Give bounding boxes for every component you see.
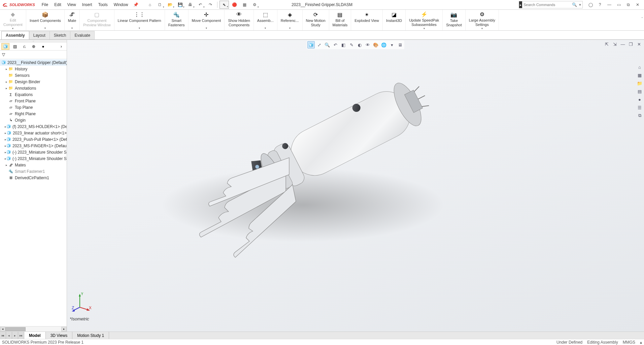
scroll-right-icon[interactable]: ▸ [61, 327, 67, 332]
tree-item[interactable]: ⊞DerivedCirPattern1 [0, 175, 67, 181]
linear-pattern-button[interactable]: ⋮⋮Linear Component Pattern▾ [114, 10, 165, 30]
feature-tree[interactable]: 🧊2023__Finished Gripper (Default) ▸📁Hist… [0, 59, 67, 326]
tree-item[interactable]: ▸🧊2023_MS-FINGER<1> (Default [0, 143, 67, 149]
tab-assembly[interactable]: Assembly [1, 31, 29, 40]
edit-appearance-button[interactable]: 🎨 [372, 41, 379, 49]
show-hidden-button[interactable]: 👁Show Hidden Components [225, 10, 253, 30]
expand-icon[interactable]: ▸ [5, 87, 8, 90]
mate-button[interactable]: 🖇Mate▾ [65, 10, 80, 30]
scroll-track[interactable] [5, 327, 61, 332]
viewport-minimize-icon[interactable]: — [619, 40, 626, 48]
bom-button[interactable]: ▤Bill of Materials [329, 10, 351, 30]
move-component-button[interactable]: ✢Move Component▾ [189, 10, 225, 30]
tree-item[interactable]: ▸🧊(-) 2023_Miniature Shoulder Sc [0, 149, 67, 155]
pin-icon[interactable]: 📌 [133, 2, 138, 7]
large-assembly-button[interactable]: ⚙Large Assembly Settings▾ [466, 10, 499, 30]
menu-window[interactable]: Window [111, 1, 131, 8]
viewport-maximize-icon[interactable]: ❐ [627, 40, 635, 48]
collapse-ribbon-icon[interactable]: ˆ [642, 17, 643, 21]
viewport-dock-icon[interactable]: ⇲ [611, 40, 618, 48]
tree-item[interactable]: 🔩Smart Fastener1 [0, 168, 67, 175]
tree-item[interactable]: ▱Top Plane [0, 104, 67, 111]
display-style-button[interactable]: ◐ [356, 41, 363, 49]
tab-sketch[interactable]: Sketch [49, 31, 71, 39]
tree-item[interactable]: ▸🧊(f) 2023_MS-HOLDER<1> (Def [0, 123, 67, 130]
help-icon[interactable]: ? [596, 1, 604, 8]
expand-icon[interactable]: ▸ [5, 163, 8, 167]
hide-show-button[interactable]: 👁 [364, 41, 371, 49]
expand-icon[interactable]: ▸ [5, 67, 8, 71]
status-chevron-icon[interactable]: ▴ [640, 340, 642, 345]
print-button[interactable]: 🖶 [185, 1, 195, 9]
assembly-features-button[interactable]: ⬚Assemb...▾ [254, 10, 277, 30]
flyout-icon[interactable]: › [57, 43, 65, 50]
graphics-viewport[interactable]: 🧊 ⤢ 🔍 ↶ ◧ ✎ ◐ 👁 🎨 🌐 ▾ 🖥 ⇱ ⇲ — ❐ ✕ ⌂ ▦ 📁 … [67, 40, 644, 332]
status-units[interactable]: MMGS [623, 340, 635, 345]
tree-item[interactable]: ▸📁Annotations [0, 85, 67, 91]
new-doc-button[interactable]: 🗋 [155, 1, 165, 9]
tree-item[interactable]: ▸🧊2023_linear actuator short<1> [0, 130, 67, 136]
new-motion-study-button[interactable]: ⟳New Motion Study [303, 10, 329, 30]
undo-button[interactable]: ↶ [196, 1, 205, 9]
taskpane-palette-icon[interactable]: ▤ [636, 88, 643, 95]
tree-item[interactable]: ↳Origin [0, 117, 67, 123]
menu-edit[interactable]: Edit [52, 1, 64, 8]
doc-options-button[interactable]: ▦ [240, 1, 249, 9]
bottom-tab-3dviews[interactable]: 3D Views [46, 332, 72, 339]
tree-item[interactable]: ▸📁Design Binder [0, 79, 67, 85]
search-input[interactable] [522, 3, 571, 7]
taskpane-forum-icon[interactable]: ⧉ [636, 112, 643, 119]
menu-tools[interactable]: Tools [96, 1, 110, 8]
user-icon[interactable]: ◯ [587, 1, 594, 8]
speedpak-button[interactable]: ⚡Update SpeedPak Subassemblies▾ [406, 10, 443, 30]
minimize-button[interactable]: — [606, 1, 613, 8]
instant3d-button[interactable]: ◪Instant3D [383, 10, 406, 30]
taskpane-explorer-icon[interactable]: 📁 [636, 80, 643, 87]
property-manager-tab[interactable]: ▤ [11, 43, 19, 50]
take-snapshot-button[interactable]: 📷Take Snapshot [443, 10, 465, 30]
bottom-tab-motion[interactable]: Motion Study 1 [72, 332, 109, 339]
scroll-left-icon[interactable]: ◂ [0, 327, 5, 332]
exploded-view-button[interactable]: ✴Exploded View [351, 10, 383, 30]
tree-item[interactable]: ▱Right Plane [0, 111, 67, 117]
menu-insert[interactable]: Insert [79, 1, 95, 8]
redo-button[interactable]: ↷ [206, 1, 215, 9]
home-icon[interactable]: ⌂ [145, 1, 155, 9]
tab-nav-last-icon[interactable]: ⏭ [18, 332, 24, 339]
tree-item[interactable]: ▸🧊2023_Push-Pull Plate<1> (Defa [0, 136, 67, 143]
config-manager-tab[interactable]: ⎌ [20, 43, 28, 50]
tab-nav-first-icon[interactable]: ⏮ [0, 332, 6, 339]
component-preview-button[interactable]: ▢Component Preview Window [80, 10, 114, 30]
prev-view-button[interactable]: ↶ [332, 41, 339, 49]
feature-tree-tab[interactable]: 🧊 [1, 43, 9, 50]
orientation-triad[interactable]: Y X Z [71, 292, 91, 313]
apply-scene-button[interactable]: 🌐 [380, 41, 387, 49]
zoom-area-button[interactable]: 🔍 [324, 41, 331, 49]
tab-evaluate[interactable]: Evaluate [70, 31, 95, 39]
open-doc-button[interactable]: 📂 [165, 1, 175, 9]
insert-components-button[interactable]: 📦Insert Components▾ [26, 10, 65, 30]
panel-splitter[interactable] [0, 40, 67, 42]
edit-component-button[interactable]: ◆Edit Component▾ [0, 10, 26, 30]
expand-icon[interactable]: ▸ [5, 80, 8, 84]
save-button[interactable]: 💾 [175, 1, 185, 9]
tree-hscrollbar[interactable]: ◂ ▸ [0, 326, 67, 332]
search-dropdown-icon[interactable]: ▾ [578, 2, 582, 7]
taskpane-resources-icon[interactable]: ⌂ [636, 63, 643, 71]
tree-item[interactable]: 📁Sensors [0, 72, 67, 79]
tree-filter-bar[interactable]: ▽ [0, 51, 67, 59]
dynamic-annotation-button[interactable]: ✎ [348, 41, 355, 49]
viewport-close-icon[interactable]: ✕ [635, 40, 643, 48]
tree-item[interactable]: ▸📁History [0, 66, 67, 72]
settings-gear-button[interactable]: ⚙ [250, 1, 259, 9]
taskpane-appearances-icon[interactable]: ● [636, 96, 643, 103]
viewport-undock-icon[interactable]: ⇱ [603, 40, 610, 48]
rebuild-button[interactable]: 🔴 [230, 1, 239, 9]
tree-item[interactable]: ▱Front Plane [0, 98, 67, 104]
section-view-button[interactable]: ◧ [340, 41, 347, 49]
taskpane-library-icon[interactable]: ▦ [636, 71, 643, 79]
tab-nav-prev-icon[interactable]: ◂ [6, 332, 12, 339]
search-glass-icon[interactable]: 🔍 [571, 2, 578, 7]
menu-view[interactable]: View [65, 1, 79, 8]
search-commands-box[interactable]: ▸ 🔍 ▾ [519, 1, 583, 8]
